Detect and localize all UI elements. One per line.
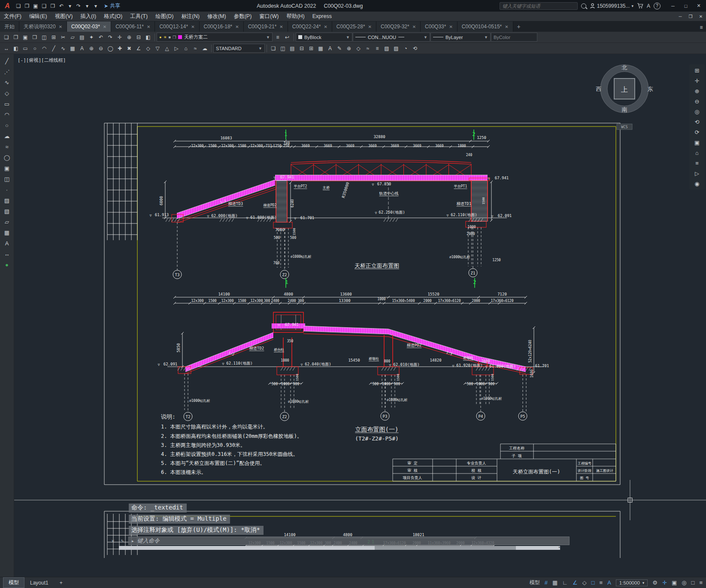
dimension-icon[interactable]: ↔: [2, 44, 11, 53]
menu-item-Express[interactable]: Express: [309, 12, 336, 21]
copy-icon[interactable]: ▱: [68, 33, 77, 42]
menu-item-窗口W[interactable]: 窗口(W): [255, 12, 282, 21]
menu-item-格式O[interactable]: 格式(O): [100, 12, 126, 21]
mirror-icon[interactable]: ▽: [153, 44, 162, 53]
open-icon[interactable]: ❐: [11, 33, 21, 42]
plotstyle-dropdown[interactable]: ByColor: [491, 33, 537, 42]
redo-icon[interactable]: ↷: [75, 2, 82, 10]
help-icon[interactable]: ?: [654, 3, 661, 9]
render-tool-icon[interactable]: ●: [2, 261, 12, 268]
file-tab[interactable]: C00Q02-03*✕: [67, 21, 111, 32]
zoom-in-icon[interactable]: ⊕: [692, 87, 702, 94]
orbit-icon[interactable]: ◎: [692, 108, 702, 115]
showmotion-icon[interactable]: ▣: [692, 139, 702, 146]
scrollbar-arrow-icon[interactable]: ▸: [558, 545, 561, 549]
redo-dropdown-icon[interactable]: ▾: [83, 2, 91, 10]
menu-item-编辑E[interactable]: 编辑(E): [25, 12, 51, 21]
spline-tool-icon[interactable]: ≈: [2, 143, 12, 151]
redo-icon[interactable]: ↷: [106, 33, 115, 42]
save-icon[interactable]: ▣: [32, 2, 39, 10]
file-tab[interactable]: 天桥说明0320✕: [19, 21, 67, 32]
file-tab[interactable]: C00Q29-32*✕: [376, 21, 421, 32]
measure-icon[interactable]: ⊕: [344, 44, 354, 53]
plot-icon[interactable]: ❒: [49, 2, 57, 10]
point-style-icon[interactable]: ◇: [354, 44, 363, 53]
units-icon[interactable]: ▣: [672, 579, 677, 586]
zoom-realtime-icon[interactable]: ⊕: [124, 33, 134, 42]
match-properties-icon[interactable]: ✦: [87, 33, 96, 42]
file-tab[interactable]: C00Q22-24*✕: [288, 21, 332, 32]
make-block-tool-icon[interactable]: ◫: [2, 175, 12, 183]
mtext-icon[interactable]: A: [325, 44, 335, 53]
doc-close-button[interactable]: ✕: [696, 12, 706, 21]
lineweight-icon[interactable]: ≡: [600, 579, 603, 586]
layer-previous-icon[interactable]: ↩: [282, 33, 292, 42]
spline2-icon[interactable]: ≈: [363, 44, 373, 53]
close-icon[interactable]: ✕: [449, 24, 452, 29]
hatch-icon[interactable]: ▦: [316, 44, 325, 53]
zoom-in-icon[interactable]: ⊕: [87, 44, 96, 53]
qsave-icon[interactable]: ▣: [21, 33, 30, 42]
autocad-logo-icon[interactable]: A: [2, 1, 13, 11]
command-close-icon[interactable]: ✕: [109, 538, 116, 544]
text-tool-icon[interactable]: A: [2, 240, 12, 247]
arc-icon[interactable]: ◠: [39, 44, 49, 53]
osnap-icon[interactable]: □: [591, 579, 595, 586]
revision-cloud-tool-icon[interactable]: ☁: [2, 133, 12, 140]
undo-icon[interactable]: ↶: [96, 33, 106, 42]
search-icon[interactable]: [581, 3, 586, 9]
gradient-icon[interactable]: ▧: [382, 44, 391, 53]
undo-icon[interactable]: ↶: [58, 2, 65, 10]
close-icon[interactable]: ✕: [324, 24, 327, 29]
close-icon[interactable]: ✕: [279, 24, 283, 29]
group-icon[interactable]: ⊟: [297, 44, 306, 53]
workspace-gear-icon[interactable]: ⚙: [652, 579, 658, 586]
text-style-dropdown[interactable]: STANDARD ▼: [213, 44, 265, 53]
arc-tool-icon[interactable]: ◠: [2, 111, 12, 118]
file-tab[interactable]: C00Q25-28*✕: [332, 21, 376, 32]
properties-icon[interactable]: ◧: [143, 33, 153, 42]
circle-icon[interactable]: ○: [30, 44, 39, 53]
minimize-button[interactable]: ─: [667, 1, 679, 11]
file-tab[interactable]: C00Q06-11*✕: [111, 21, 155, 32]
viewport-controls[interactable]: [-][俯视][二维线框]: [18, 57, 66, 63]
leader-icon[interactable]: ◧: [11, 44, 21, 53]
close-icon[interactable]: ✕: [59, 24, 62, 29]
ungroup-icon[interactable]: ⊞: [306, 44, 316, 53]
file-tab[interactable]: C00Q0104-0515*✕: [458, 21, 513, 32]
model-space-canvas[interactable]: 160833288012501224012x300150012x30015001…: [14, 54, 706, 577]
layer-properties-icon[interactable]: ≡: [273, 33, 282, 42]
close-icon[interactable]: ✕: [235, 24, 239, 29]
rectangle-icon[interactable]: ▭: [21, 44, 30, 53]
construction-line-tool-icon[interactable]: ⋰: [2, 68, 12, 75]
annotation-visibility-icon[interactable]: ✛: [662, 579, 667, 586]
polygon-tool-icon[interactable]: ◇: [2, 90, 12, 97]
layer-dropdown[interactable]: ●☀■❒ 天桥方案二 ▼: [157, 33, 273, 42]
annotation-icon[interactable]: A: [607, 579, 611, 586]
linetype-dropdown[interactable]: CON...NUOU ▼: [353, 33, 430, 42]
command-scrollbar[interactable]: ▸: [119, 546, 560, 550]
close-icon[interactable]: ✕: [103, 24, 106, 29]
zoom-out-icon[interactable]: ⊖: [96, 44, 106, 53]
new-tab-button[interactable]: +: [513, 21, 524, 32]
rectangle-tool-icon[interactable]: ▭: [2, 100, 12, 108]
save-as-icon[interactable]: ❑: [40, 2, 48, 10]
line-tool-icon[interactable]: ╱: [2, 57, 12, 65]
list-icon[interactable]: ≡: [373, 44, 382, 53]
refresh-icon[interactable]: ⟲: [410, 44, 420, 53]
spline-icon[interactable]: ∿: [58, 44, 68, 53]
file-tab[interactable]: C00Q33*✕: [421, 21, 458, 32]
menu-item-绘图D[interactable]: 绘图(D): [152, 12, 177, 21]
zoom-out-icon[interactable]: ⊖: [692, 98, 702, 105]
lineweight-dropdown[interactable]: ByLayer ▼: [430, 33, 491, 42]
polar-icon[interactable]: ∠: [573, 579, 578, 586]
plot-preview-icon[interactable]: ◫: [39, 33, 49, 42]
autodesk-app-icon[interactable]: A: [647, 3, 650, 9]
command-window[interactable]: 命令: _textedit当前设置: 编辑模式 = Multiple选择注释对象…: [109, 503, 577, 550]
target-icon[interactable]: ◉: [692, 180, 702, 187]
angle-icon[interactable]: ∠: [134, 44, 143, 53]
table-icon[interactable]: ▦: [68, 44, 77, 53]
menu-item-工具T[interactable]: 工具(T): [126, 12, 152, 21]
menu-item-帮助H[interactable]: 帮助(H): [282, 12, 308, 21]
close-icon[interactable]: ✕: [368, 24, 372, 29]
